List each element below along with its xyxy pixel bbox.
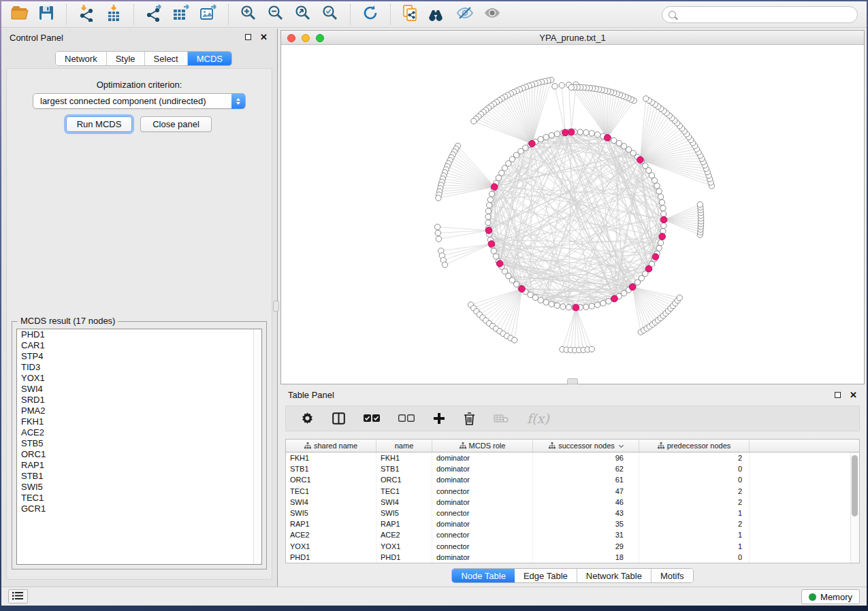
table-tab-edge-table[interactable]: Edge Table — [515, 569, 577, 582]
table-settings-gear-icon[interactable] — [301, 412, 314, 425]
mcds-result-item[interactable]: RAP1 — [17, 460, 261, 471]
mcds-result-item[interactable]: GCR1 — [17, 503, 261, 514]
add-column-icon[interactable] — [433, 412, 445, 425]
float-panel-icon[interactable] — [245, 34, 251, 40]
import-network-button[interactable] — [73, 3, 100, 25]
tab-style[interactable]: Style — [107, 52, 145, 65]
mcds-result-item[interactable]: TID3 — [17, 362, 261, 373]
close-table-panel-icon[interactable]: ✕ — [850, 392, 857, 398]
network-window-titlebar[interactable]: YPA_prune.txt_1 — [281, 31, 864, 45]
mcds-result-item[interactable]: SWI5 — [17, 482, 261, 493]
mcds-result-item[interactable]: STB1 — [17, 471, 261, 482]
cell: 0 — [639, 463, 750, 474]
open-file-button[interactable] — [5, 3, 33, 25]
new-network-from-selection-button[interactable] — [397, 3, 424, 25]
hide-selected-button[interactable] — [451, 3, 479, 25]
table-row[interactable]: YOX1YOX1connector291 — [286, 541, 859, 552]
table-tab-motifs[interactable]: Motifs — [652, 569, 693, 582]
tab-mcds[interactable]: MCDS — [188, 52, 231, 65]
mcds-result-item[interactable]: YOX1 — [17, 373, 261, 384]
delete-table-icon[interactable] — [494, 414, 509, 423]
table-row[interactable]: TEC1TEC1connector472 — [286, 486, 859, 497]
maximize-window-icon[interactable] — [316, 34, 324, 42]
table-row[interactable]: ORC1ORC1dominator610 — [286, 474, 859, 485]
table-row[interactable]: FKH1FKH1dominator962 — [286, 452, 859, 463]
mcds-result-item[interactable]: CAR1 — [17, 340, 261, 351]
table-row[interactable]: RAP1RAP1dominator352 — [286, 518, 859, 529]
float-table-panel-icon[interactable] — [835, 392, 841, 398]
table-row[interactable]: PHD1PHD1dominator180 — [286, 552, 859, 563]
export-image-icon — [199, 4, 218, 24]
search-field[interactable] — [662, 6, 858, 23]
horizontal-splitter-grip[interactable] — [567, 378, 578, 384]
show-all-button[interactable] — [479, 3, 506, 25]
mcds-result-item[interactable]: ORC1 — [17, 449, 261, 460]
column-header-MCDS-role[interactable]: MCDS role — [432, 440, 533, 452]
cell: PHD1 — [376, 552, 432, 563]
mcds-result-item[interactable]: SWI4 — [17, 384, 261, 395]
zoom-out-button[interactable] — [262, 3, 289, 25]
memory-button[interactable]: Memory — [801, 589, 860, 604]
select-all-rows-icon[interactable] — [364, 414, 380, 423]
app-window: Control Panel ✕ NetworkStyleSelectMCDS O… — [1, 1, 867, 606]
close-panel-icon[interactable]: ✕ — [260, 34, 268, 40]
run-mcds-button[interactable]: Run MCDS — [66, 116, 132, 132]
refresh-layout-button[interactable] — [357, 3, 384, 25]
column-header-predecessor-nodes[interactable]: predecessor nodes — [639, 440, 750, 452]
import-table-button[interactable] — [100, 3, 127, 25]
column-view-icon[interactable] — [332, 412, 345, 425]
cell: ACE2 — [376, 529, 432, 540]
table-row[interactable]: SWI4SWI4dominator462 — [286, 497, 859, 508]
first-neighbors-button[interactable] — [424, 3, 451, 25]
table-toolbar: f(x) — [285, 406, 860, 431]
zoom-fit-button[interactable] — [289, 3, 317, 25]
export-table-button[interactable] — [167, 3, 195, 25]
close-panel-button[interactable]: Close panel — [140, 116, 212, 132]
tab-select[interactable]: Select — [145, 52, 188, 65]
column-header-name[interactable]: name — [376, 440, 432, 452]
table-scrollbar-thumb[interactable] — [852, 455, 858, 516]
table-scrollbar[interactable] — [850, 452, 859, 563]
delete-icon[interactable] — [464, 412, 475, 425]
close-window-icon[interactable] — [287, 34, 295, 42]
table-tab-network-table[interactable]: Network Table — [577, 569, 652, 582]
select-stepper-icon — [231, 93, 245, 109]
mcds-result-item[interactable]: STB5 — [17, 438, 261, 449]
table-row[interactable]: ACE2ACE2connector311 — [286, 529, 859, 540]
show-all-icon — [483, 5, 502, 24]
export-network-button[interactable] — [140, 3, 167, 25]
mcds-result-item[interactable]: TEC1 — [17, 493, 261, 503]
column-header-shared-name[interactable]: shared name — [286, 440, 376, 452]
zoom-selected-button[interactable] — [317, 3, 344, 25]
table-row[interactable]: STB1STB1dominator620 — [286, 463, 859, 474]
mcds-result-item[interactable]: STP4 — [17, 351, 261, 362]
column-header-successor-nodes[interactable]: successor nodes — [533, 440, 639, 452]
network-canvas[interactable] — [281, 45, 864, 384]
close-panel-label: Close panel — [152, 119, 199, 129]
network-window-title: YPA_prune.txt_1 — [281, 31, 864, 45]
mcds-result-item[interactable]: PMA2 — [17, 406, 261, 416]
criterion-select[interactable]: largest connected component (undirected) — [33, 93, 246, 109]
desktop: Control Panel ✕ NetworkStyleSelectMCDS O… — [0, 0, 868, 611]
memory-status-icon — [809, 593, 816, 601]
mcds-result-item[interactable]: FKH1 — [17, 416, 261, 427]
mcds-result-item[interactable]: PHD1 — [17, 329, 261, 340]
cell: 35 — [533, 518, 639, 529]
function-builder-icon[interactable]: f(x) — [527, 411, 549, 426]
mcds-result-item[interactable]: SRD1 — [17, 395, 261, 406]
export-image-button[interactable] — [195, 3, 222, 25]
save-button[interactable] — [33, 3, 60, 25]
tab-network[interactable]: Network — [56, 52, 107, 65]
minimize-window-icon[interactable] — [302, 34, 310, 42]
cell: 0 — [639, 474, 750, 485]
mcds-result-item[interactable]: ACE2 — [17, 427, 261, 438]
status-bar: Memory — [1, 587, 867, 606]
table-row[interactable]: SWI5SWI5connector431 — [286, 508, 859, 518]
mcds-list-scrollbar[interactable] — [253, 329, 261, 564]
search-input[interactable] — [679, 8, 857, 22]
zoom-in-button[interactable] — [235, 3, 262, 25]
zoom-out-icon — [267, 4, 285, 24]
task-history-button[interactable] — [8, 589, 28, 604]
table-tab-node-table[interactable]: Node Table — [452, 569, 515, 582]
deselect-all-rows-icon[interactable] — [398, 414, 415, 423]
